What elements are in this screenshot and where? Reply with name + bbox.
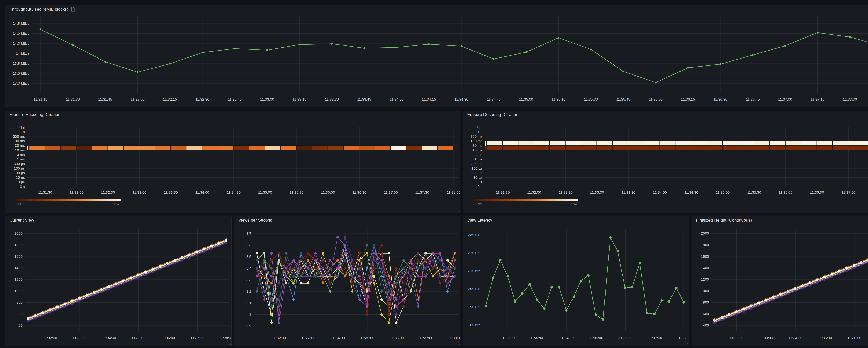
svg-text:3 µs: 3 µs <box>18 180 25 184</box>
panel-title-throughput: Throughput / sec (4MiB blocks) <box>9 7 68 12</box>
panel-resize-handle[interactable] <box>456 209 460 212</box>
heatmap-cell <box>565 141 581 146</box>
views-per-second-chart[interactable]: 3.73.63.53.43.33.23.132.911:32:0011:33:0… <box>235 224 460 346</box>
svg-text:11:38:00: 11:38:00 <box>219 336 231 340</box>
svg-text:30 µs: 30 µs <box>16 171 25 175</box>
heatmap-cell <box>218 146 234 150</box>
encoding-heatmap[interactable]: +Inf1 s300 ms100 ms30 ms10 ms3 ms1 ms300… <box>5 118 460 213</box>
svg-text:1 ms: 1 ms <box>17 157 25 161</box>
panel-resize-handle[interactable] <box>227 342 231 345</box>
heatmap-cell <box>170 146 186 150</box>
throughput-chart[interactable]: 14.8 MB/s14.5 MB/s14.3 MB/s14 MB/s13.8 M… <box>5 13 868 107</box>
heatmap-cell <box>422 146 438 150</box>
panel-finalized-height: Finalized Height (Contiguous) 2000180016… <box>692 216 868 346</box>
svg-text:11:36:00: 11:36:00 <box>847 336 861 340</box>
heatmap-cell <box>707 146 722 150</box>
heatmap-cell <box>785 146 801 150</box>
heatmap-cell <box>45 146 61 150</box>
svg-text:11:32:30: 11:32:30 <box>195 97 209 101</box>
svg-text:11:37:00: 11:37:00 <box>384 190 398 194</box>
svg-text:30 ms: 30 ms <box>472 143 483 147</box>
heatmap-cell <box>738 146 754 150</box>
decoding-heatmap[interactable]: +Inf1 s300 ms100 ms30 ms10 ms3 ms1 ms300… <box>463 118 868 213</box>
svg-text:11:35:30: 11:35:30 <box>289 190 304 194</box>
svg-text:320 ms: 320 ms <box>468 251 480 255</box>
panel-header-views-per-second[interactable]: Views per Second <box>234 216 460 224</box>
svg-text:11:33:00: 11:33:00 <box>260 97 274 101</box>
views_per_second-series-8 <box>257 253 455 322</box>
heatmap-cell <box>738 141 754 146</box>
svg-text:600: 600 <box>17 312 23 316</box>
svg-text:13.5 MB/s: 13.5 MB/s <box>13 71 29 75</box>
svg-text:3.3: 3.3 <box>246 278 251 282</box>
svg-text:2000: 2000 <box>701 231 709 235</box>
svg-text:1800: 1800 <box>701 243 709 247</box>
heatmap-cell <box>565 146 581 150</box>
svg-text:100 µs: 100 µs <box>14 166 25 170</box>
heatmap-cell <box>770 141 785 146</box>
views_per_second-svg: 3.73.63.53.43.33.23.132.911:32:0011:33:0… <box>235 224 460 346</box>
heatmap-cell <box>832 141 848 146</box>
view_latency-series-0 <box>486 237 684 320</box>
svg-text:11:34:00: 11:34:00 <box>102 336 116 340</box>
heatmap-cell <box>234 146 249 150</box>
panel-header-encoding[interactable]: Erasure Encoding Duration <box>5 111 460 118</box>
svg-text:1800: 1800 <box>14 243 23 247</box>
grafana-dashboard: Throughput / sec (4MiB blocks) 14.8 MB/s… <box>0 0 868 348</box>
panel-header-view-latency[interactable]: View Latency <box>463 216 689 224</box>
current-view-chart[interactable]: 20001800160014001200100080060040011:32:0… <box>5 224 231 346</box>
svg-text:100 µs: 100 µs <box>471 166 483 170</box>
heatmap-cell <box>328 146 344 150</box>
heatmap-cell <box>675 146 691 150</box>
view-latency-chart[interactable]: 330 ms320 ms310 ms300 ms290 ms280 ms11:3… <box>463 224 689 346</box>
panel-header-decoding[interactable]: Erasure Decoding Duration <box>463 111 868 118</box>
heatmap-cell <box>139 146 155 150</box>
svg-text:11:36:00: 11:36:00 <box>390 336 404 340</box>
panel-resize-handle[interactable] <box>685 342 688 345</box>
heatmap-cell <box>691 141 707 146</box>
heatmap-cell <box>29 146 45 150</box>
finalized-height-chart[interactable]: 20001800160014001200100080060040011:32:0… <box>692 224 868 346</box>
heatmap-cell <box>503 146 518 150</box>
svg-text:11:35:30: 11:35:30 <box>584 97 598 101</box>
svg-text:10 ms: 10 ms <box>15 148 25 152</box>
heatmap-cell <box>76 146 92 150</box>
svg-text:11:32:00: 11:32:00 <box>272 336 286 340</box>
svg-text:3 ms: 3 ms <box>17 153 25 157</box>
finalized_height-svg: 20001800160014001200100080060040011:32:0… <box>692 224 868 346</box>
panel-erasure-decoding: Erasure Decoding Duration +Inf1 s300 ms1… <box>463 111 868 213</box>
heatmap-cell <box>534 141 550 146</box>
decoding-svg: +Inf1 s300 ms100 ms30 ms10 ms3 ms1 ms300… <box>463 118 868 213</box>
panel-views-per-second: Views per Second 3.73.63.53.43.33.23.132… <box>234 216 460 346</box>
svg-text:300 ms: 300 ms <box>13 135 25 138</box>
heatmap-cell <box>312 146 328 150</box>
svg-text:400: 400 <box>703 323 709 327</box>
panel-resize-handle[interactable] <box>456 342 460 345</box>
svg-text:11:36:00: 11:36:00 <box>321 190 335 194</box>
panel-title-finalized-height: Finalized Height (Contiguous) <box>696 218 752 223</box>
svg-text:11:35:00: 11:35:00 <box>589 336 603 340</box>
panel-header-current-view[interactable]: Current View <box>5 216 231 224</box>
panel-header-throughput[interactable]: Throughput / sec (4MiB blocks) <box>5 5 868 13</box>
svg-text:11:33:00: 11:33:00 <box>530 336 544 340</box>
description-icon[interactable] <box>71 7 75 12</box>
heatmap-cell <box>550 146 565 150</box>
finalized_height-series-1 <box>715 242 868 321</box>
svg-text:+Inf: +Inf <box>19 125 25 129</box>
panel-title-encoding: Erasure Encoding Duration <box>9 112 60 117</box>
heatmap-cell <box>296 146 312 150</box>
heatmap-cell <box>406 146 422 150</box>
finalized_height-series-2 <box>715 243 868 321</box>
svg-text:11:37:15: 11:37:15 <box>810 97 825 101</box>
heatmap-cell <box>438 146 454 150</box>
heatmap-cell <box>864 146 868 150</box>
heatmap-cell <box>281 146 296 150</box>
heatmap-cell <box>817 141 833 146</box>
svg-text:1200: 1200 <box>701 277 709 281</box>
svg-text:1 s: 1 s <box>477 130 483 134</box>
svg-text:11:38:00: 11:38:00 <box>447 190 460 194</box>
svg-text:11:35:00: 11:35:00 <box>716 190 730 194</box>
panel-header-finalized-height[interactable]: Finalized Height (Contiguous) <box>692 216 868 224</box>
svg-text:11:32:00: 11:32:00 <box>130 97 145 101</box>
svg-text:10 µs: 10 µs <box>473 175 483 179</box>
